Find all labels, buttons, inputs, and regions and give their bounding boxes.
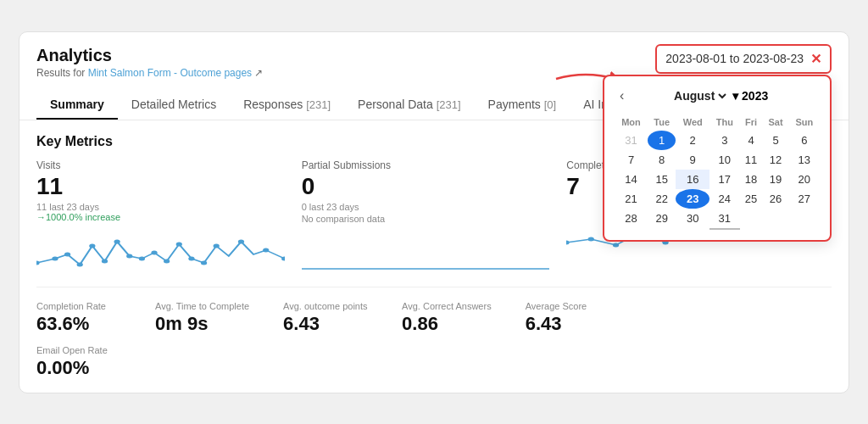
svg-point-5 [89,243,95,248]
svg-point-17 [263,248,269,252]
svg-point-6 [102,259,108,263]
tab-responses[interactable]: Responses [231] [230,91,344,120]
tab-detailed-metrics[interactable]: Detailed Metrics [118,91,230,120]
close-date-button[interactable]: ✕ [810,51,821,67]
visits-sub1: 11 last 23 days [36,202,285,212]
svg-point-13 [188,256,194,260]
calendar-day[interactable]: 10 [709,150,739,170]
cal-day-thu: Thu [709,114,739,131]
calendar-day[interactable]: 31 [709,209,739,229]
calendar-day[interactable]: 18 [740,170,763,189]
calendar-day[interactable]: 12 [763,150,789,170]
svg-point-20 [588,237,594,241]
calendar-day[interactable]: 6 [789,131,820,150]
partial-label: Partial Submissions [302,159,550,171]
calendar-day[interactable]: 31 [615,131,648,150]
svg-point-15 [214,243,220,248]
date-range-box[interactable]: 2023-08-01 to 2023-08-23 ✕ [655,44,832,74]
calendar-day[interactable]: 14 [615,170,648,189]
metric-partial-submissions: Partial Submissions 0 0 last 23 days No … [302,159,567,273]
metric-completion-rate: Completion Rate 63.6% [36,301,121,335]
calendar-day[interactable]: 20 [789,170,820,189]
svg-point-12 [176,242,182,246]
svg-point-21 [613,243,619,247]
calendar-month-year: August ▾ 2023 [670,88,768,103]
svg-point-16 [238,239,244,243]
calendar-day[interactable]: 29 [648,209,676,229]
next-month-button[interactable] [810,94,820,98]
calendar-header: ‹ August ▾ 2023 [615,86,820,105]
calendar-day[interactable]: 5 [763,131,789,150]
calendar-day[interactable]: 22 [648,189,676,209]
bottom-metrics: Completion Rate 63.6% Avg. Time to Compl… [36,301,832,335]
month-select[interactable]: August [670,88,729,103]
cal-day-sun: Sun [789,114,820,131]
calendar-year: 2023 [742,89,768,103]
metric-email-open-rate: Email Open Rate 0.00% [36,345,832,379]
svg-point-4 [77,262,83,266]
cal-day-tue: Tue [648,114,676,131]
date-range-value: 2023-08-01 to 2023-08-23 [665,52,804,65]
tab-personal-data[interactable]: Personal Data [231] [344,91,475,120]
svg-point-10 [151,250,157,254]
visits-chart [36,229,285,271]
metric-avg-time: Avg. Time to Complete 0m 9s [155,301,249,335]
cal-day-wed: Wed [676,114,709,131]
svg-point-19 [566,240,570,244]
metric-avg-correct: Avg. Correct Answers 0.86 [402,301,492,335]
key-metrics-title: Key Metrics [36,134,113,149]
calendar-dropdown: ‹ August ▾ 2023 Mon Tue Wed Thu Fri Sat [603,75,832,242]
calendar-day[interactable]: 11 [740,150,763,170]
cal-day-sat: Sat [763,114,789,131]
svg-point-2 [52,256,58,260]
cal-day-fri: Fri [740,114,763,131]
calendar-day[interactable]: 26 [763,189,789,209]
partial-sub2: No comparison data [302,214,550,224]
svg-point-1 [36,260,40,265]
calendar-day[interactable]: 19 [763,170,789,189]
metric-avg-outcome: Avg. outcome points 6.43 [283,301,368,335]
cal-day-mon: Mon [615,114,648,131]
tab-summary[interactable]: Summary [36,91,118,120]
calendar-day[interactable]: 21 [615,189,648,209]
prev-month-button[interactable]: ‹ [615,86,629,105]
calendar-day[interactable]: 8 [648,150,676,170]
calendar-day[interactable]: 13 [789,150,820,170]
external-link-icon: ↗ [254,67,263,79]
calendar-day[interactable]: 17 [709,170,739,189]
svg-point-7 [114,239,120,243]
svg-point-14 [201,260,207,265]
svg-point-11 [164,259,170,263]
svg-point-3 [64,252,70,256]
calendar-grid: Mon Tue Wed Thu Fri Sat Sun 311234567891… [615,114,820,230]
partial-value: 0 [302,173,550,200]
calendar-day[interactable]: 7 [615,150,648,170]
calendar-day[interactable]: 2 [676,131,709,150]
visits-label: Visits [36,159,285,171]
partial-sub1: 0 last 23 days [302,202,550,212]
calendar-day[interactable]: 24 [709,189,739,209]
calendar-day[interactable]: 9 [676,150,709,170]
calendar-day[interactable]: 16 [676,170,709,189]
partial-chart [302,231,550,273]
visits-increase: →1000.0% increase [36,212,285,222]
calendar-day[interactable]: 1 [648,131,676,150]
tab-payments[interactable]: Payments [0] [475,91,570,120]
extra-metrics: Email Open Rate 0.00% [36,345,832,379]
subtitle-link[interactable]: Mint Salmon Form - Outcome pages [88,67,252,79]
svg-point-9 [139,256,145,260]
calendar-day[interactable]: 25 [740,189,763,209]
calendar-day[interactable]: 4 [740,131,763,150]
calendar-day[interactable]: 28 [615,209,648,229]
calendar-day[interactable]: 15 [648,170,676,189]
visits-value: 11 [36,173,285,200]
svg-point-8 [126,254,132,258]
metric-avg-score: Average Score 6.43 [526,301,610,335]
metric-visits: Visits 11 11 last 23 days →1000.0% incre… [36,159,302,273]
calendar-day[interactable]: 27 [789,189,820,209]
calendar-day[interactable]: 3 [709,131,739,150]
calendar-day[interactable]: 30 [676,209,709,229]
calendar-day[interactable]: 23 [676,189,709,209]
